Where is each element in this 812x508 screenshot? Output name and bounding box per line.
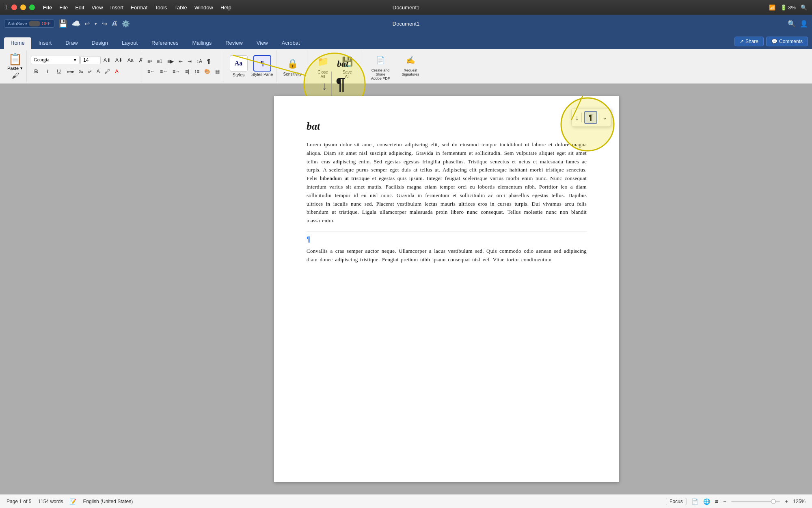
undo-button[interactable]: ↩ — [84, 20, 90, 28]
view-icon-print[interactable]: 📄 — [691, 498, 698, 505]
font-selector[interactable]: Georgia ▼ — [31, 56, 80, 64]
superscript-button[interactable]: x² — [86, 68, 93, 75]
document-page[interactable]: bat Lorem ipsum dolor sit amet, consecte… — [274, 96, 619, 482]
document-area: bat Lorem ipsum dolor sit amet, consecte… — [0, 84, 812, 494]
minimize-button[interactable] — [20, 4, 26, 10]
menu-word[interactable]: File — [43, 4, 52, 11]
tab-layout[interactable]: Layout — [115, 37, 144, 49]
change-case-button[interactable]: Aa — [125, 56, 136, 64]
tab-insert[interactable]: Insert — [32, 37, 58, 49]
menu-window[interactable]: Window — [194, 4, 213, 11]
text-color-button[interactable]: A — [113, 67, 121, 76]
font-dropdown-arrow: ▼ — [73, 58, 77, 62]
menu-tools[interactable]: Tools — [155, 4, 167, 11]
page-heading: bat — [307, 120, 587, 132]
paste-dropdown[interactable]: Paste ▼ — [7, 66, 23, 71]
tab-view[interactable]: View — [250, 37, 274, 49]
save-all-button[interactable]: 💾 SaveAll — [336, 54, 358, 79]
focus-button[interactable]: Focus — [666, 498, 687, 505]
zoom-in-button[interactable]: + — [785, 498, 788, 505]
autosave-toggle[interactable] — [29, 21, 40, 26]
close-all-button[interactable]: 📁 CloseAll — [311, 54, 334, 79]
zoom-level[interactable]: 125% — [793, 499, 806, 504]
line-spacing[interactable]: ↕≡ — [192, 67, 201, 76]
align-right[interactable]: ≡→ — [171, 67, 182, 76]
increase-indent[interactable]: ⇥ — [186, 57, 194, 65]
paste-label: Paste — [7, 66, 19, 71]
menu-table[interactable]: Table — [175, 4, 187, 11]
styles-pane-button[interactable]: ¶ Styles Pane ¶ ↓ ⌄ bat — [251, 55, 274, 77]
tab-mailings[interactable]: Mailings — [186, 37, 218, 49]
paragraph-2: Convallis a cras semper auctor neque. Ul… — [307, 247, 587, 264]
multilevel-button[interactable]: ≡▶ — [165, 57, 176, 65]
search-toolbar-icon[interactable]: 🔍 — [788, 20, 796, 28]
underline-button[interactable]: U — [54, 66, 64, 77]
menu-insert[interactable]: Insert — [110, 4, 124, 11]
styles-pane-label: Styles Pane — [251, 72, 273, 77]
menu-help[interactable]: Help — [220, 4, 231, 11]
strikethrough-button[interactable]: abc — [65, 68, 76, 75]
menu-edit[interactable]: Edit — [75, 4, 84, 11]
view-icon-web[interactable]: 🌐 — [703, 498, 710, 505]
sensitivity-button[interactable]: 🔒 Sensitivity — [281, 56, 304, 76]
styles-button[interactable]: Aa Styles — [227, 55, 250, 77]
bold-button[interactable]: B — [31, 66, 41, 77]
show-formatting[interactable]: ¶ — [205, 57, 212, 66]
font-size-selector[interactable]: 14 — [80, 56, 101, 64]
paste-button[interactable]: 📋 Paste ▼ — [7, 52, 23, 71]
decrease-indent[interactable]: ⇤ — [177, 57, 185, 65]
cloud-icon[interactable]: ☁️ — [71, 19, 80, 28]
share-button[interactable]: ↗ Share — [734, 37, 764, 46]
tab-references[interactable]: References — [145, 37, 185, 49]
align-left[interactable]: ≡← — [145, 67, 157, 76]
menu-view[interactable]: View — [92, 4, 103, 11]
ribbon-actions: ↗ Share 💬 Comments — [734, 37, 808, 49]
borders-button[interactable]: ▦ — [213, 67, 222, 76]
font-size-decrease[interactable]: A⬇ — [113, 56, 125, 64]
track-changes-icon[interactable]: 📝 — [69, 498, 76, 505]
tab-home[interactable]: Home — [4, 37, 31, 49]
maximize-button[interactable] — [29, 4, 35, 10]
undo-dropdown[interactable]: ▼ — [94, 22, 98, 26]
redo-button[interactable]: ↪ — [102, 20, 107, 28]
comments-button[interactable]: 💬 Comments — [766, 37, 808, 46]
window-controls — [11, 4, 35, 10]
menu-file[interactable]: File — [59, 4, 68, 11]
highlight-button[interactable]: 🖊 — [103, 67, 112, 76]
tab-acrobat[interactable]: Acrobat — [275, 37, 307, 49]
menu-format[interactable]: Format — [131, 4, 147, 11]
font-color-button[interactable]: A — [94, 67, 102, 76]
sort-button[interactable]: ↕A — [194, 57, 204, 65]
tab-draw[interactable]: Draw — [59, 37, 84, 49]
tab-design[interactable]: Design — [85, 37, 114, 49]
format-painter-icon[interactable]: 🖌 — [12, 72, 19, 80]
sensitivity-icon: 🔒 — [284, 56, 300, 72]
ribbon-group-file-actions: 📁 CloseAll 💾 SaveAll — [308, 50, 362, 82]
more-tools-dropdown[interactable]: ⚙️ — [122, 20, 130, 28]
shading-button[interactable]: 🎨 — [202, 67, 212, 76]
profile-icon[interactable]: 👤 — [800, 20, 808, 28]
close-button[interactable] — [11, 4, 17, 10]
font-row-2: B I U abc x₂ x² A 🖊 A — [31, 66, 121, 77]
bullets-button[interactable]: ≡• — [145, 57, 154, 65]
font-size-increase[interactable]: A⬆ — [102, 56, 113, 64]
search-icon[interactable]: 🔍 — [801, 4, 807, 11]
align-center[interactable]: ≡↔ — [158, 67, 170, 76]
italic-button[interactable]: I — [42, 66, 53, 77]
create-share-pdf-button[interactable]: 📄 Create and ShareAdobe PDF — [366, 52, 395, 80]
zoom-out-button[interactable]: − — [723, 498, 726, 505]
justify[interactable]: ≡| — [183, 67, 191, 76]
apple-icon[interactable]:  — [5, 4, 7, 11]
close-all-icon: 📁 — [315, 54, 331, 70]
subscript-button[interactable]: x₂ — [77, 67, 85, 75]
svg-line-8 — [571, 96, 619, 120]
document-name: Document1 — [393, 21, 419, 27]
zoom-slider[interactable] — [731, 501, 780, 502]
print-icon[interactable]: 🖨 — [111, 20, 118, 27]
numbering-button[interactable]: ≡1 — [155, 57, 164, 65]
quick-save-icon[interactable]: 💾 — [58, 19, 67, 28]
request-signatures-button[interactable]: ✍ RequestSignatures — [396, 52, 425, 80]
tab-review[interactable]: Review — [219, 37, 249, 49]
language-selector[interactable]: English (United States) — [83, 499, 133, 504]
view-icon-outline[interactable]: ≡ — [715, 498, 718, 505]
